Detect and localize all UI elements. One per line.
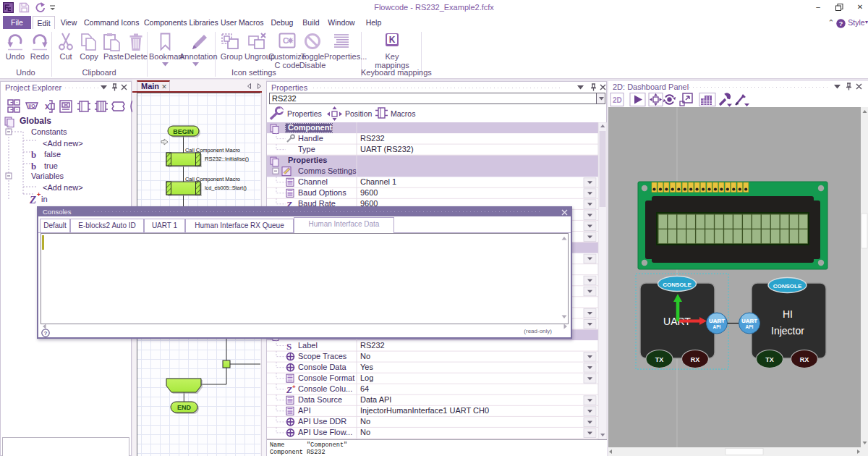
svg-text:TX: TX [765, 356, 774, 363]
svg-text:Type: Type [298, 145, 315, 153]
svg-text:Console Format: Console Format [298, 373, 354, 382]
svg-text:API: API [713, 324, 721, 329]
svg-text:64: 64 [360, 384, 369, 393]
svg-text:false: false [44, 150, 61, 159]
svg-text:Z: Z [29, 194, 36, 206]
svg-text:CONSOLE: CONSOLE [663, 282, 692, 288]
svg-text:Label: Label [298, 341, 318, 350]
svg-text:TX: TX [655, 356, 664, 363]
svg-text:lcd_eb005::Start(): lcd_eb005::Start() [205, 185, 247, 191]
svg-text:Channel: Channel [298, 177, 328, 186]
svg-text:9600: 9600 [360, 188, 378, 197]
svg-text:Variables: Variables [31, 172, 64, 180]
svg-text:Baud Options: Baud Options [298, 188, 346, 197]
svg-text:Data Source: Data Source [298, 395, 342, 404]
svg-text:API: API [298, 406, 311, 415]
svg-text:<Add new>: <Add new> [43, 139, 83, 148]
svg-text:Injector: Injector [771, 325, 804, 337]
svg-text:UART: UART [741, 318, 757, 324]
svg-text:Console Data: Console Data [298, 363, 347, 371]
svg-text:Log: Log [360, 373, 373, 382]
svg-text:Properties: Properties [288, 156, 327, 164]
svg-text:x: x [45, 101, 50, 111]
svg-text:HI: HI [783, 308, 793, 320]
svg-text:<Add new>: <Add new> [43, 183, 83, 192]
svg-text:S: S [286, 341, 292, 352]
svg-text:Yes: Yes [360, 363, 373, 371]
svg-text:Macros: Macros [391, 109, 415, 118]
svg-text:RS232: RS232 [360, 134, 385, 143]
svg-text:?: ? [839, 20, 843, 28]
svg-text:+: + [37, 191, 41, 198]
svg-text:Constants: Constants [31, 127, 67, 136]
svg-text:b: b [31, 149, 36, 160]
svg-text:END: END [177, 404, 192, 411]
svg-text:true: true [44, 161, 58, 170]
svg-text:Scope Traces: Scope Traces [298, 352, 347, 360]
svg-text:RX: RX [800, 356, 809, 363]
svg-text:Handle: Handle [298, 134, 323, 143]
svg-text:?: ? [44, 330, 48, 337]
svg-text:BEGIN: BEGIN [173, 128, 194, 135]
svg-text:K: K [389, 35, 396, 45]
svg-text:API Use Flow...: API Use Flow... [298, 428, 352, 436]
svg-text:Properties: Properties [287, 109, 322, 118]
svg-text:b: b [31, 161, 36, 172]
svg-text:UART (RS232): UART (RS232) [360, 145, 414, 153]
svg-text:UART: UART [709, 318, 725, 324]
svg-text:Console Colu...: Console Colu... [298, 384, 352, 393]
svg-text:Position: Position [345, 109, 373, 118]
svg-text:2D: 2D [613, 96, 622, 104]
svg-text:I/O: I/O [28, 104, 35, 109]
svg-text:Channel 1: Channel 1 [360, 177, 396, 186]
svg-text:API Use DDR: API Use DDR [298, 417, 346, 426]
svg-text:+: + [292, 384, 296, 390]
svg-text:RS232: RS232 [360, 341, 385, 350]
svg-text:No: No [360, 352, 370, 360]
svg-text:in: in [41, 195, 48, 203]
svg-text:No: No [360, 428, 370, 436]
svg-text:Comms Settings: Comms Settings [298, 166, 357, 175]
svg-text:InjectorHumanInterface1 UART C: InjectorHumanInterface1 UART CH0 [360, 406, 489, 415]
svg-text:Z: Z [286, 384, 292, 395]
svg-text:API: API [746, 324, 754, 329]
svg-text:Component: Component [288, 123, 332, 132]
svg-text:RX: RX [691, 356, 700, 363]
svg-text:RS232::Initialise(): RS232::Initialise() [205, 156, 249, 162]
svg-text:No: No [360, 417, 370, 426]
svg-text:Data API: Data API [360, 395, 391, 404]
svg-text:Globals: Globals [20, 116, 51, 126]
svg-text:CONSOLE: CONSOLE [773, 283, 802, 290]
